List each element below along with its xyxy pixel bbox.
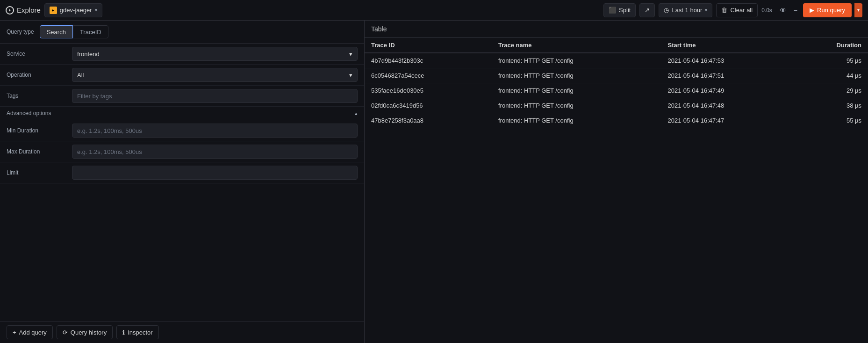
chevron-down-icon: ▾ bbox=[95, 7, 97, 13]
table-row[interactable]: 4b7d9b443f2b303c frontend: HTTP GET /con… bbox=[365, 53, 868, 68]
play-icon: ▶ bbox=[810, 7, 814, 14]
query-timer: 0.0s bbox=[761, 7, 772, 14]
trace-name-cell: frontend: HTTP GET /config bbox=[492, 98, 661, 113]
max-duration-row: Max Duration bbox=[0, 141, 364, 162]
table-header: Trace ID Trace name Start time Duration bbox=[365, 38, 868, 53]
advanced-options-row[interactable]: Advanced options ▴ bbox=[0, 107, 364, 120]
run-caret-icon: ▾ bbox=[857, 7, 860, 13]
min-duration-row: Min Duration bbox=[0, 120, 364, 141]
eye-icon: 👁 bbox=[778, 6, 788, 15]
service-chevron-icon: ▾ bbox=[349, 51, 352, 58]
results-table: Trace ID Trace name Start time Duration … bbox=[365, 38, 868, 128]
operation-select[interactable]: All ▾ bbox=[72, 68, 358, 82]
trace-name-cell: frontend: HTTP GET /config bbox=[492, 113, 661, 128]
advanced-label: Advanced options bbox=[7, 110, 51, 117]
run-query-button[interactable]: ▶ Run query bbox=[803, 3, 852, 17]
start-time-cell: 2021-05-04 16:47:51 bbox=[661, 68, 795, 83]
trace-id-cell[interactable]: 4b7d9b443f2b303c bbox=[365, 53, 492, 68]
table-row[interactable]: 535faee16de030e5 frontend: HTTP GET /con… bbox=[365, 83, 868, 98]
advanced-chevron-up-icon: ▴ bbox=[355, 110, 358, 117]
table-row[interactable]: 6c0546827a54cece frontend: HTTP GET /con… bbox=[365, 68, 868, 83]
split-icon: ⬛ bbox=[609, 7, 616, 14]
limit-input[interactable] bbox=[72, 166, 358, 180]
start-time-cell: 2021-05-04 16:47:47 bbox=[661, 113, 795, 128]
tags-label: Tags bbox=[7, 93, 72, 99]
table-row[interactable]: 47b8e7258f3a0aa8 frontend: HTTP GET /con… bbox=[365, 113, 868, 128]
duration-cell: 38 µs bbox=[795, 98, 868, 113]
query-history-button[interactable]: ⟳ Query history bbox=[57, 325, 113, 339]
operation-chevron-icon: ▾ bbox=[349, 72, 352, 79]
col-trace-name[interactable]: Trace name bbox=[492, 38, 661, 53]
duration-cell: 55 µs bbox=[795, 113, 868, 128]
time-chevron-down-icon: ▾ bbox=[705, 7, 707, 13]
inspector-button[interactable]: ℹ Inspector bbox=[116, 325, 158, 339]
share-button[interactable]: ↗ bbox=[639, 3, 655, 17]
bottom-toolbar: + Add query ⟳ Query history ℹ Inspector bbox=[0, 321, 364, 343]
trace-id-cell[interactable]: 6c0546827a54cece bbox=[365, 68, 492, 83]
topbar: ✦ Explore ▸ gdev-jaeger ▾ ⬛ Split ↗ ◷ La… bbox=[0, 0, 868, 21]
max-duration-label: Max Duration bbox=[7, 148, 72, 155]
col-duration[interactable]: Duration bbox=[795, 38, 868, 53]
service-select[interactable]: frontend ▾ bbox=[72, 47, 358, 61]
col-trace-id[interactable]: Trace ID bbox=[365, 38, 492, 53]
explore-section: ✦ Explore bbox=[6, 6, 41, 15]
trace-name-cell: frontend: HTTP GET /config bbox=[492, 53, 661, 68]
col-start-time[interactable]: Start time bbox=[661, 38, 795, 53]
tags-row: Tags bbox=[0, 86, 364, 107]
share-icon: ↗ bbox=[645, 7, 650, 14]
operation-row: Operation All ▾ bbox=[0, 65, 364, 86]
minus-icon: − bbox=[792, 6, 799, 15]
trace-id-cell[interactable]: 02fd0ca6c3419d56 bbox=[365, 98, 492, 113]
time-range-picker[interactable]: ◷ Last 1 hour ▾ bbox=[659, 3, 712, 17]
add-query-button[interactable]: + Add query bbox=[7, 325, 53, 339]
query-type-row: Query type Search TraceID bbox=[0, 21, 364, 44]
trash-icon: 🗑 bbox=[721, 7, 727, 14]
inspector-icon: ℹ bbox=[122, 329, 125, 336]
service-row: Service frontend ▾ bbox=[0, 44, 364, 65]
run-query-caret-button[interactable]: ▾ bbox=[854, 3, 862, 17]
start-time-cell: 2021-05-04 16:47:53 bbox=[661, 53, 795, 68]
trace-name-cell: frontend: HTTP GET /config bbox=[492, 68, 661, 83]
main-area: Query type Search TraceID Service fronte… bbox=[0, 21, 868, 343]
split-button[interactable]: ⬛ Split bbox=[603, 3, 636, 17]
clock-icon: ◷ bbox=[664, 7, 669, 14]
limit-label-wrap: Limit i bbox=[7, 169, 72, 176]
trace-id-cell[interactable]: 47b8e7258f3a0aa8 bbox=[365, 113, 492, 128]
datasource-name: gdev-jaeger bbox=[60, 7, 92, 14]
table-row[interactable]: 02fd0ca6c3419d56 frontend: HTTP GET /con… bbox=[365, 98, 868, 113]
limit-label: Limit bbox=[7, 169, 72, 176]
compass-icon: ✦ bbox=[6, 6, 14, 15]
query-panel: Query type Search TraceID Service fronte… bbox=[0, 21, 365, 343]
min-duration-label: Min Duration bbox=[7, 127, 72, 134]
limit-row: Limit i bbox=[0, 162, 364, 183]
duration-cell: 95 µs bbox=[795, 53, 868, 68]
datasource-selector[interactable]: ▸ gdev-jaeger ▾ bbox=[44, 3, 102, 17]
min-duration-input[interactable] bbox=[72, 124, 358, 138]
table-body: 4b7d9b443f2b303c frontend: HTTP GET /con… bbox=[365, 53, 868, 128]
query-type-label: Query type bbox=[7, 29, 34, 35]
results-panel: Table Trace ID Trace name Start time Dur… bbox=[365, 21, 868, 343]
trace-id-cell[interactable]: 535faee16de030e5 bbox=[365, 83, 492, 98]
history-icon: ⟳ bbox=[63, 329, 68, 336]
explore-label: Explore bbox=[17, 6, 41, 14]
tab-traceid[interactable]: TraceID bbox=[73, 25, 108, 38]
add-icon: + bbox=[13, 329, 16, 336]
start-time-cell: 2021-05-04 16:47:48 bbox=[661, 98, 795, 113]
duration-cell: 44 µs bbox=[795, 68, 868, 83]
clear-all-button[interactable]: 🗑 Clear all bbox=[716, 3, 758, 17]
operation-label: Operation bbox=[7, 72, 72, 78]
trace-name-cell: frontend: HTTP GET /config bbox=[492, 83, 661, 98]
start-time-cell: 2021-05-04 16:47:49 bbox=[661, 83, 795, 98]
datasource-icon: ▸ bbox=[50, 7, 57, 14]
duration-cell: 29 µs bbox=[795, 83, 868, 98]
results-header: Table bbox=[365, 21, 868, 38]
results-title: Table bbox=[371, 25, 387, 33]
tags-input[interactable] bbox=[72, 89, 358, 103]
topbar-right: ⬛ Split ↗ ◷ Last 1 hour ▾ 🗑 Clear all 0.… bbox=[603, 3, 862, 17]
query-type-tabs: Search TraceID bbox=[40, 25, 108, 38]
service-label: Service bbox=[7, 51, 72, 57]
tab-search[interactable]: Search bbox=[40, 25, 73, 38]
table-scroll[interactable]: Trace ID Trace name Start time Duration … bbox=[365, 38, 868, 343]
max-duration-input[interactable] bbox=[72, 145, 358, 159]
topbar-left: ✦ Explore ▸ gdev-jaeger ▾ bbox=[6, 3, 600, 17]
